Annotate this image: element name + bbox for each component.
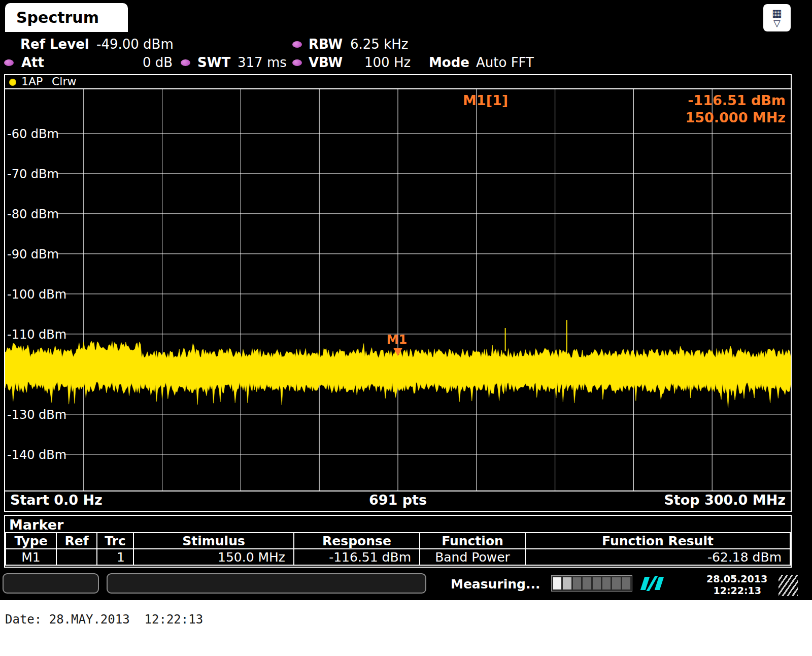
cell-function: Band Power bbox=[420, 549, 525, 565]
progress-segment bbox=[612, 577, 620, 589]
progress-segment bbox=[622, 577, 630, 589]
iq-status-icon[interactable] bbox=[639, 576, 666, 591]
trace-indicator-bar[interactable]: 1AP Clrw bbox=[5, 75, 791, 89]
vbw-value[interactable]: 100 Hz bbox=[364, 55, 411, 70]
status-field-left[interactable] bbox=[3, 573, 99, 594]
plot-window: 1AP Clrw -60 dBm-70 dBm-80 dBm-90 dBm-10… bbox=[4, 74, 792, 512]
col-type: Type bbox=[6, 533, 56, 549]
status-datetime: 28.05.2013 12:22:13 bbox=[706, 573, 761, 597]
coupling-bullet-icon bbox=[181, 59, 190, 66]
sweep-points-label: 691 pts bbox=[369, 491, 427, 509]
progress-segment bbox=[602, 577, 611, 589]
stop-frequency-label[interactable]: Stop 300.0 MHz bbox=[664, 491, 786, 509]
marker-arrow-label: M1 bbox=[387, 333, 408, 347]
status-bar: Measuring... 28.05.2013 12:22:13 bbox=[0, 571, 812, 600]
tab-spectrum[interactable]: Spectrum bbox=[5, 3, 128, 32]
instrument-screen: Spectrum ▦ ▽ Ref Level -49.00 dBm RBW 6.… bbox=[0, 0, 812, 600]
y-tick-label: -70 dBm bbox=[7, 167, 59, 181]
coupling-bullet-icon bbox=[292, 41, 302, 48]
marker-table-section: Marker Type Ref Trc Stimulus Response Fu… bbox=[4, 515, 792, 568]
vbw-label: VBW bbox=[309, 55, 343, 70]
col-ref: Ref bbox=[56, 533, 97, 549]
status-date: 28.05.2013 bbox=[706, 573, 767, 584]
measuring-progress-bar bbox=[551, 575, 632, 592]
progress-segment bbox=[593, 577, 601, 589]
rbw-value[interactable]: 6.25 kHz bbox=[350, 37, 408, 52]
progress-segment bbox=[573, 577, 581, 589]
mode-value[interactable]: Auto FFT bbox=[476, 55, 534, 70]
marker-table-header-row: Type Ref Trc Stimulus Response Function … bbox=[6, 533, 790, 549]
plot-canvas: -60 dBm-70 dBm-80 dBm-90 dBm-100 dBm-110… bbox=[5, 89, 791, 490]
progress-segment bbox=[563, 577, 571, 589]
y-tick-label: -100 dBm bbox=[7, 287, 66, 302]
progress-segment bbox=[583, 577, 591, 589]
att-value[interactable]: 0 dB bbox=[143, 55, 173, 70]
mode-label: Mode bbox=[429, 55, 469, 70]
y-tick-label: -110 dBm bbox=[7, 327, 66, 342]
col-trc: Trc bbox=[97, 533, 133, 549]
att-label: Att bbox=[21, 55, 44, 70]
progress-segment bbox=[553, 577, 561, 589]
swt-value[interactable]: 317 ms bbox=[238, 55, 287, 70]
marker-readout-frequency: 150.000 MHz bbox=[685, 110, 786, 125]
trace-number-detector: 1AP bbox=[21, 75, 43, 88]
cell-stimulus: 150.0 MHz bbox=[133, 549, 294, 565]
y-tick-label: -140 dBm bbox=[7, 448, 66, 462]
col-response: Response bbox=[294, 533, 420, 549]
ref-level-value[interactable]: -49.00 dBm bbox=[96, 37, 174, 52]
cell-response: -116.51 dBm bbox=[294, 549, 420, 565]
y-tick-label: -80 dBm bbox=[7, 207, 59, 221]
spectrum-plot[interactable]: -60 dBm-70 dBm-80 dBm-90 dBm-100 dBm-110… bbox=[5, 89, 791, 490]
status-field-center[interactable] bbox=[107, 573, 426, 594]
cell-ref bbox=[56, 549, 97, 565]
coupling-bullet-icon bbox=[4, 59, 14, 66]
screenshot-date-caption: Date: 28.MAY.2013 12:22:13 bbox=[5, 612, 203, 627]
status-time: 12:22:13 bbox=[713, 585, 761, 596]
display-menu-button[interactable]: ▦ ▽ bbox=[763, 4, 791, 31]
cell-type: M1 bbox=[6, 549, 56, 565]
display-menu-icon: ▦ bbox=[772, 8, 782, 19]
y-tick-label: -90 dBm bbox=[7, 247, 59, 261]
cell-function-result: -62.18 dBm bbox=[525, 549, 790, 565]
col-stimulus: Stimulus bbox=[133, 533, 294, 549]
y-tick-label: -60 dBm bbox=[7, 127, 59, 141]
trace-active-dot bbox=[9, 79, 16, 86]
cell-trc: 1 bbox=[97, 549, 133, 565]
chevron-down-icon: ▽ bbox=[773, 19, 781, 28]
marker-table: Type Ref Trc Stimulus Response Function … bbox=[5, 532, 791, 566]
measuring-status-label: Measuring... bbox=[451, 577, 540, 592]
resize-grip-icon[interactable] bbox=[779, 575, 798, 596]
frequency-axis-bar: Start 0.0 Hz 691 pts Stop 300.0 MHz bbox=[5, 490, 791, 509]
marker-table-title: Marker bbox=[5, 516, 791, 532]
marker-readout-title: M1[1] bbox=[463, 92, 508, 108]
marker-table-row[interactable]: M1 1 150.0 MHz -116.51 dBm Band Power -6… bbox=[6, 549, 790, 565]
trace-write-mode: Clrw bbox=[52, 75, 77, 88]
col-function: Function bbox=[420, 533, 525, 549]
rbw-label: RBW bbox=[309, 37, 343, 52]
col-function-result: Function Result bbox=[525, 533, 790, 549]
swt-label: SWT bbox=[197, 55, 230, 70]
marker-readout-level: -116.51 dBm bbox=[688, 92, 786, 108]
coupling-bullet-icon bbox=[292, 59, 302, 66]
y-tick-label: -130 dBm bbox=[7, 408, 66, 422]
ref-level-label: Ref Level bbox=[20, 37, 89, 52]
start-frequency-label[interactable]: Start 0.0 Hz bbox=[10, 491, 103, 509]
